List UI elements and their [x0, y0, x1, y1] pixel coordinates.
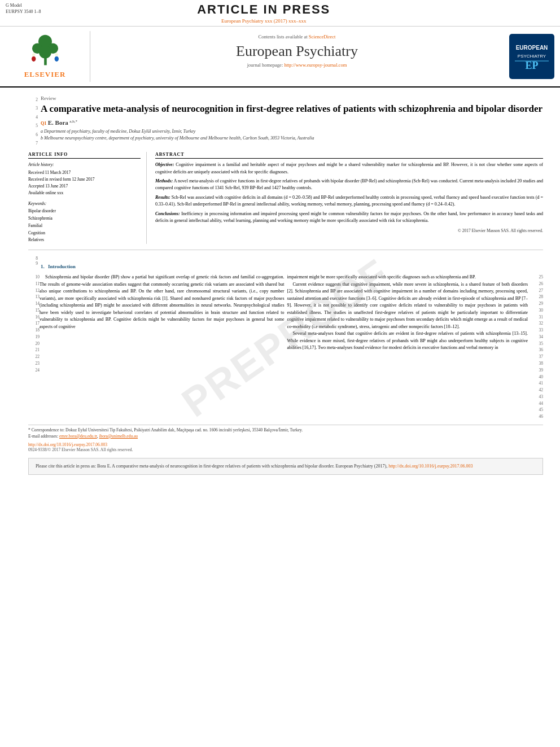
affiliation-b: b Melbourne neuropsychiatry centre, depa…: [41, 135, 543, 142]
svg-point-7: [54, 56, 58, 62]
right-line-numbers: 25 26 27 28 29 30 31 32 33 34 35 36 37 3…: [529, 274, 543, 420]
intro-right-para-1: impairment might be more specifically as…: [287, 274, 528, 281]
journal-center-info: Contents lists available at ScienceDirec…: [90, 31, 504, 82]
email1-link[interactable]: emre.bora@deu.edu.tr: [59, 434, 97, 439]
article-title: A comparative meta-analysis of neurocogn…: [41, 103, 543, 116]
intro-right-para-3: Several meta-analyses found that cogniti…: [287, 330, 528, 352]
svg-text:EP: EP: [525, 60, 538, 71]
intro-heading-linenos: 8 9: [28, 256, 41, 272]
methods-label: Methods:: [155, 178, 173, 184]
affiliations: a Department of psychiatry, faculty of m…: [41, 128, 543, 142]
doi-link[interactable]: http://dx.doi.org/10.1016/j.eurpsy.2017.…: [28, 442, 107, 447]
intro-heading-content: 1. Introduction: [41, 256, 543, 272]
objective-label: Objective:: [155, 162, 174, 167]
footnote-correspondence: * Correspondence to: Dokuz Eylul Univers…: [28, 427, 543, 433]
intro-heading-row: 8 9 1. Introduction: [28, 256, 543, 272]
abstract-col: ABSTRACT Objective: Cognitive impairment…: [155, 152, 543, 244]
svg-point-6: [32, 53, 35, 56]
footnote-area: * Correspondence to: Dokuz Eylul Univers…: [28, 425, 543, 439]
results-label: Results:: [155, 195, 170, 200]
kw-bipolar: Bipolar disorder: [28, 208, 141, 215]
article-info-col: ARTICLE INFO Article history: Received 1…: [28, 152, 147, 244]
revised-date: Received in revised form 12 June 2017: [28, 176, 141, 183]
kw-relatives: Relatives: [28, 237, 141, 244]
received-date: Received 11 March 2017: [28, 169, 141, 176]
svg-point-5: [32, 56, 36, 62]
abstract-copyright: © 2017 Elsevier Masson SAS. All rights r…: [155, 228, 543, 234]
journal-cite: European Psychiatry xxx (2017) xxx–xxx: [41, 18, 487, 24]
doi-copyright-area: http://dx.doi.org/10.1016/j.eurpsy.2017.…: [28, 442, 543, 452]
author-superscript: a,b,*: [69, 119, 77, 124]
intro-section-title: 1. Introduction: [41, 264, 543, 269]
intro-left-text: Schizophrenia and bipolar disorder (BP) …: [40, 274, 285, 420]
keywords-list: Bipolar disorder Schizophrenia Familial …: [28, 208, 141, 244]
g-model-text: G Model EURPSY 3540 1–8: [6, 2, 41, 15]
article-in-press-banner: ARTICLE IN PRESS European Psychiatry xxx…: [41, 2, 487, 24]
section-divider-1: [28, 250, 543, 250]
intro-para-1: Schizophrenia and bipolar disorder (BP) …: [40, 274, 285, 330]
author-name: E. Bora: [48, 119, 68, 126]
european-psychiatry-logo-icon: EUROPEAN PSYCHIATRY EP: [509, 34, 554, 79]
svg-rect-0: [44, 58, 47, 65]
svg-point-8: [55, 53, 58, 56]
journal-title: European Psychiatry: [102, 43, 492, 60]
methods-text: A novel meta-analysis of cognitive funct…: [155, 178, 543, 190]
kw-cognition: Cognition: [28, 230, 141, 237]
results-text: Sch-Rel was associated with cognitive de…: [155, 195, 543, 207]
svg-text:EUROPEAN: EUROPEAN: [516, 45, 548, 51]
available-online: Available online xxx: [28, 190, 141, 196]
q1-label: Q1: [41, 121, 46, 126]
intro-num: 1.: [41, 264, 45, 269]
contents-line: Contents lists available at ScienceDirec…: [102, 34, 492, 40]
doi-line: http://dx.doi.org/10.1016/j.eurpsy.2017.…: [28, 442, 543, 447]
elsevier-logo-area: ELSEVIER: [0, 31, 90, 82]
header-line-numbers: 2 3 4 5 6 7: [28, 95, 41, 147]
elsevier-tree-icon: [23, 34, 68, 68]
sciencedirect-link[interactable]: ScienceDirect: [309, 34, 336, 40]
conclusions-text: Inefficiency in processing information a…: [155, 211, 543, 223]
main-content: 2 3 4 5 6 7 Review A comparative meta-an…: [0, 88, 560, 479]
objective-text: Cognitive impairment is a familial and h…: [155, 162, 543, 174]
copyright-footer: 0924-9338/© 2017 Elsevier Masson SAS. Al…: [28, 447, 543, 452]
journal-header: ELSEVIER Contents lists available at Sci…: [0, 27, 560, 88]
footnote-star-text: * Correspondence to: Dokuz Eylul Univers…: [28, 427, 303, 433]
abstract-methods: Methods: A novel meta-analysis of cognit…: [155, 178, 543, 192]
abstract-title: ABSTRACT: [155, 152, 543, 159]
abstract-text: Objective: Cognitive impairment is a fam…: [155, 161, 543, 234]
abstract-objective: Objective: Cognitive impairment is a fam…: [155, 161, 543, 176]
svg-point-4: [38, 46, 51, 58]
history-label: Article history:: [28, 161, 141, 168]
article-history: Article history: Received 11 March 2017 …: [28, 161, 141, 196]
intro-right-col: impairment might be more specifically as…: [287, 274, 544, 420]
left-line-numbers: 10 11 12 13 14 15 16 17 18 19 20 21 22 2…: [28, 274, 40, 420]
article-info-title: ARTICLE INFO: [28, 152, 141, 159]
intro-title-text: Introduction: [48, 264, 76, 269]
ep-logo-area: EUROPEAN PSYCHIATRY EP: [504, 31, 560, 82]
elsevier-brand-label: ELSEVIER: [24, 70, 66, 79]
conclusions-label: Conclusions:: [155, 211, 180, 216]
author-line: Q1 E. Bora a,b,*: [41, 119, 543, 126]
top-banner: G Model EURPSY 3540 1–8 ARTICLE IN PRESS…: [0, 0, 560, 27]
journal-homepage: journal homepage: http://www.europsy-jou…: [102, 62, 492, 68]
email2-link[interactable]: ibora@unimelb.edu.au: [99, 434, 138, 439]
intro-section: PREPROOF 8 9 1. Introduction 10 11: [28, 256, 543, 420]
article-info-abstract-section: ARTICLE INFO Article history: Received 1…: [28, 152, 543, 244]
accepted-date: Accepted 13 June 2017: [28, 183, 141, 190]
kw-schizophrenia: Schizophrenia: [28, 215, 141, 222]
article-in-press-title: ARTICLE IN PRESS: [41, 2, 487, 17]
intro-right-para-2: Current evidence suggests that cognitive…: [287, 281, 528, 331]
citation-text: Please cite this article in press as: Bo…: [36, 464, 387, 469]
review-label: Review: [41, 95, 543, 101]
affiliation-a: a Department of psychiatry, faculty of m…: [41, 128, 543, 135]
abstract-conclusions: Conclusions: Inefficiency in processing …: [155, 211, 543, 225]
intro-body-cols: 10 11 12 13 14 15 16 17 18 19 20 21 22 2…: [28, 274, 543, 420]
kw-familial: Familial: [28, 222, 141, 230]
journal-url[interactable]: http://www.europsy-journal.com: [284, 62, 347, 68]
intro-right-text: impairment might be more specifically as…: [287, 274, 530, 420]
keywords-label: Keywords:: [28, 201, 141, 206]
footnote-emails: E-mail addresses: emre.bora@deu.edu.tr, …: [28, 434, 543, 439]
article-header-section: 2 3 4 5 6 7 Review A comparative meta-an…: [28, 95, 543, 147]
abstract-results: Results: Sch-Rel was associated with cog…: [155, 194, 543, 208]
citation-box: Please cite this article in press as: Bo…: [28, 458, 543, 475]
citation-doi-link[interactable]: http://dx.doi.org/10.1016/j.eurpsy.2017.…: [388, 464, 473, 469]
